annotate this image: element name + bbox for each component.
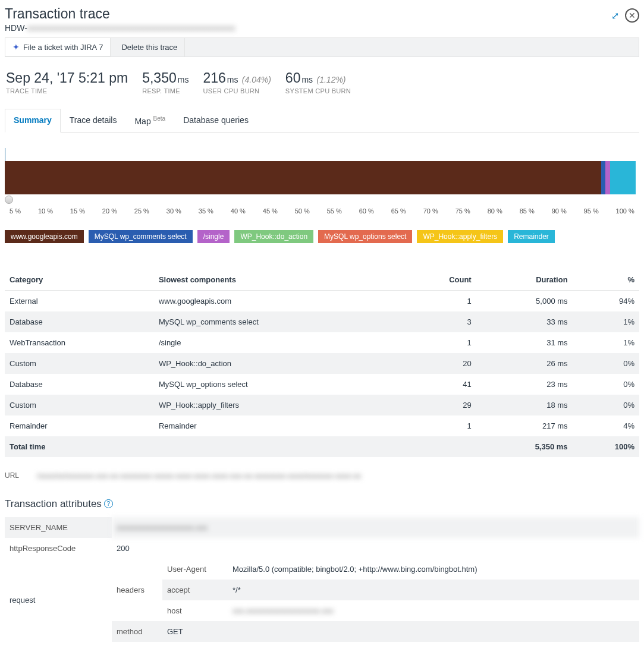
table-row[interactable]: CustomWP_Hook::do_action2026 ms0% bbox=[5, 353, 639, 374]
chart-slider[interactable] bbox=[5, 196, 639, 204]
metric-user-cpu: 216ms (4.04%) USER CPU BURN bbox=[203, 70, 271, 95]
attr-method: method GET bbox=[112, 621, 639, 642]
th-duration[interactable]: Duration bbox=[476, 269, 573, 291]
headers-label: headers bbox=[112, 580, 162, 600]
axis-tick: 100 % bbox=[616, 207, 634, 215]
sparkle-icon: ✦ bbox=[12, 42, 20, 52]
th-pct[interactable]: % bbox=[573, 269, 639, 291]
chart-bar[interactable] bbox=[5, 161, 639, 194]
metric-trace-time: Sep 24, '17 5:21 pm TRACE TIME bbox=[6, 70, 128, 95]
chart-axis: 5 %10 %15 %20 %25 %30 %35 %40 %45 %50 %5… bbox=[5, 207, 639, 215]
transaction-attributes-title: Transaction attributes ? bbox=[5, 498, 639, 510]
chart-legend: www.googleapis.comMySQL wp_comments sele… bbox=[5, 230, 639, 243]
table-row[interactable]: DatabaseMySQL wp_comments select333 ms1% bbox=[5, 311, 639, 332]
components-table: Category Slowest components Count Durati… bbox=[5, 269, 639, 457]
axis-tick: 80 % bbox=[488, 207, 502, 215]
legend-item[interactable]: MySQL wp_options select bbox=[318, 230, 412, 243]
legend-item[interactable]: MySQL wp_comments select bbox=[89, 230, 193, 243]
chart-segment[interactable] bbox=[5, 161, 601, 194]
legend-item[interactable]: www.googleapis.com bbox=[5, 230, 84, 243]
axis-tick: 75 % bbox=[455, 207, 470, 215]
axis-tick: 40 % bbox=[231, 207, 246, 215]
axis-tick: 70 % bbox=[423, 207, 438, 215]
axis-tick: 95 % bbox=[584, 207, 599, 215]
tab-database-queries[interactable]: Database queries bbox=[174, 109, 257, 132]
axis-tick: 45 % bbox=[263, 207, 278, 215]
table-total-row: Total time5,350 ms100% bbox=[5, 436, 639, 457]
axis-tick: 30 % bbox=[167, 207, 181, 215]
action-bar: ✦ File a ticket with JIRA 7 Delete this … bbox=[5, 37, 639, 57]
axis-tick: 65 % bbox=[391, 207, 406, 215]
delete-trace-button[interactable]: Delete this trace bbox=[114, 38, 185, 56]
chart-segment[interactable] bbox=[601, 161, 605, 194]
close-icon[interactable]: ✕ bbox=[625, 8, 639, 23]
table-row[interactable]: Externalwww.googleapis.com15,000 ms94% bbox=[5, 290, 639, 311]
attr-http-response-code: httpResponseCode 200 bbox=[5, 538, 639, 559]
axis-tick: 85 % bbox=[520, 207, 535, 215]
metric-system-cpu: 60ms (1.12%) SYSTEM CPU BURN bbox=[285, 70, 351, 95]
legend-item[interactable]: WP_Hook::do_action bbox=[234, 230, 313, 243]
legend-item[interactable]: /single bbox=[197, 230, 230, 243]
axis-tick: 55 % bbox=[327, 207, 342, 215]
th-category[interactable]: Category bbox=[5, 269, 154, 291]
chart-segment[interactable] bbox=[610, 161, 636, 194]
axis-tick: 5 % bbox=[10, 207, 21, 215]
th-component[interactable]: Slowest components bbox=[154, 269, 404, 291]
attr-request: request headers User-Agent Mozilla/5.0 (… bbox=[5, 559, 639, 642]
tab-map[interactable]: Map Beta bbox=[125, 109, 174, 132]
legend-item[interactable]: Remainder bbox=[508, 230, 555, 243]
page-title: Transaction trace bbox=[5, 6, 235, 22]
header-accept: accept */* bbox=[162, 580, 639, 600]
slider-knob-icon[interactable] bbox=[5, 196, 13, 204]
url-row: URL /xxxx/xx/xxxxxxx-xxx-xx-xxxxxxxx-xxx… bbox=[5, 471, 639, 480]
timeline-chart: 5 %10 %15 %20 %25 %30 %35 %40 %45 %50 %5… bbox=[5, 148, 639, 215]
expand-icon[interactable]: ⤢ bbox=[611, 10, 619, 21]
table-row[interactable]: DatabaseMySQL wp_options select4123 ms0% bbox=[5, 374, 639, 395]
axis-tick: 90 % bbox=[552, 207, 567, 215]
tabs: Summary Trace details Map Beta Database … bbox=[5, 109, 639, 133]
table-row[interactable]: RemainderRemainder1217 ms4% bbox=[5, 415, 639, 436]
th-count[interactable]: Count bbox=[403, 269, 476, 291]
table-row[interactable]: WebTransaction/single131 ms1% bbox=[5, 332, 639, 353]
axis-tick: 10 % bbox=[38, 207, 53, 215]
attr-server-name: SERVER_NAME xxxxxxxxxxxxxxxxxxxx.xxx bbox=[5, 517, 639, 538]
url-label: URL bbox=[5, 471, 19, 480]
axis-tick: 20 % bbox=[102, 207, 117, 215]
axis-tick: 60 % bbox=[359, 207, 374, 215]
axis-tick: 15 % bbox=[70, 207, 85, 215]
help-icon[interactable]: ? bbox=[104, 499, 113, 508]
url-value: /xxxx/xx/xxxxxxx-xxx-xx-xxxxxxxx-xxxxx-x… bbox=[37, 471, 361, 480]
file-ticket-button[interactable]: ✦ File a ticket with JIRA 7 bbox=[5, 38, 111, 56]
tab-trace-details[interactable]: Trace details bbox=[61, 109, 126, 132]
axis-tick: 35 % bbox=[199, 207, 213, 215]
tab-summary[interactable]: Summary bbox=[5, 109, 61, 133]
header-user-agent: User-Agent Mozilla/5.0 (compatible; bing… bbox=[162, 559, 639, 580]
axis-tick: 50 % bbox=[295, 207, 310, 215]
table-row[interactable]: CustomWP_Hook::apply_filters2918 ms0% bbox=[5, 395, 639, 415]
chart-segment[interactable] bbox=[605, 161, 610, 194]
metric-resp-time: 5,350ms RESP. TIME bbox=[142, 70, 189, 95]
legend-item[interactable]: WP_Hook::apply_filters bbox=[417, 230, 503, 243]
subtitle: HDW-xxxxxxxxxxxxxxxxxxxxxxxxxxxxxxxxxxxx… bbox=[5, 23, 235, 33]
header-host: host xxx.xxxxxxxxxxxxxxxxxxx.xxx bbox=[162, 600, 639, 621]
axis-tick: 25 % bbox=[134, 207, 149, 215]
